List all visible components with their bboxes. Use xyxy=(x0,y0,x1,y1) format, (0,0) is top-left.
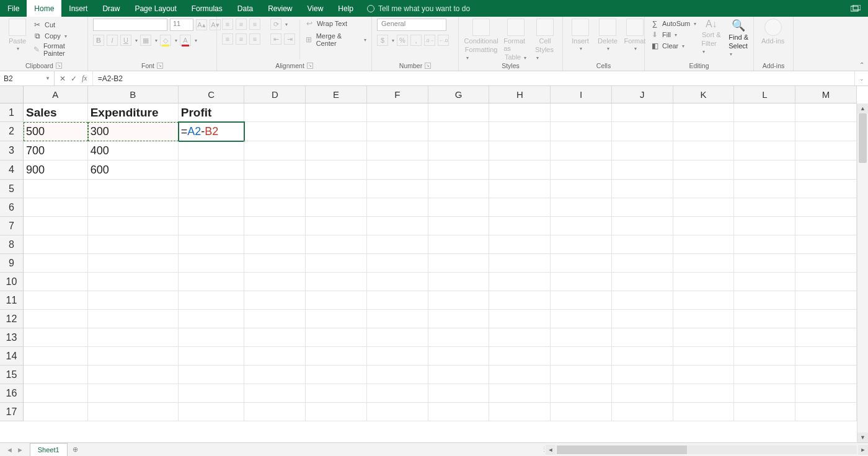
cell-E5[interactable] xyxy=(306,180,367,198)
column-header-H[interactable]: H xyxy=(489,86,551,103)
cell-L9[interactable] xyxy=(734,254,795,273)
cell-I9[interactable] xyxy=(551,254,612,273)
column-header-L[interactable]: L xyxy=(734,86,795,103)
cell-M13[interactable] xyxy=(795,328,857,347)
cell-F1[interactable] xyxy=(367,103,428,122)
sort-filter-button[interactable]: A↓ Sort & Filter ▾ xyxy=(699,19,724,55)
cell-D14[interactable] xyxy=(244,347,306,366)
cell-D1[interactable] xyxy=(244,103,306,122)
cell-D4[interactable] xyxy=(244,160,306,180)
cell-J3[interactable] xyxy=(612,141,673,160)
cell-I14[interactable] xyxy=(551,347,612,366)
cell-H17[interactable] xyxy=(489,403,551,421)
cell-G11[interactable] xyxy=(428,291,490,310)
orientation-icon[interactable]: ⟳ xyxy=(270,19,281,30)
cell-K11[interactable] xyxy=(673,291,735,310)
fill-button[interactable]: ⬇ Fill ▾ xyxy=(650,30,696,40)
cell-K9[interactable] xyxy=(673,254,735,273)
cell-L14[interactable] xyxy=(734,347,795,366)
cell-H9[interactable] xyxy=(489,254,551,273)
cell-K8[interactable] xyxy=(673,235,735,254)
column-header-A[interactable]: A xyxy=(24,86,88,103)
cell-E17[interactable] xyxy=(306,403,367,421)
cell-L13[interactable] xyxy=(734,328,795,347)
column-header-I[interactable]: I xyxy=(551,86,612,103)
cell-G10[interactable] xyxy=(428,273,490,291)
font-color-button[interactable]: A xyxy=(180,35,191,46)
column-header-E[interactable]: E xyxy=(306,86,367,103)
tab-formulas[interactable]: Formulas xyxy=(184,0,230,17)
row-header-11[interactable]: 11 xyxy=(0,291,24,310)
cell-F12[interactable] xyxy=(367,310,428,328)
cell-M10[interactable] xyxy=(795,273,857,291)
cell-C11[interactable] xyxy=(179,291,245,310)
paste-button[interactable]: Paste ▾ xyxy=(5,19,30,51)
cell-G14[interactable] xyxy=(428,347,490,366)
cell-B1[interactable]: Expenditure xyxy=(88,103,179,122)
cell-B6[interactable] xyxy=(88,198,179,217)
cell-F2[interactable] xyxy=(367,122,428,141)
align-right-icon[interactable]: ≡ xyxy=(249,33,260,45)
align-left-icon[interactable]: ≡ xyxy=(222,33,233,45)
cell-J11[interactable] xyxy=(612,291,673,310)
cell-E11[interactable] xyxy=(306,291,367,310)
cell-M2[interactable] xyxy=(795,122,857,141)
cell-C15[interactable] xyxy=(179,366,245,384)
cell-M17[interactable] xyxy=(795,403,857,421)
cell-A5[interactable] xyxy=(24,180,88,198)
dialog-launcher-icon[interactable]: ↘ xyxy=(307,63,313,69)
cell-J13[interactable] xyxy=(612,328,673,347)
cell-K17[interactable] xyxy=(673,403,735,421)
cell-K10[interactable] xyxy=(673,273,735,291)
autosum-button[interactable]: ∑ AutoSum ▾ xyxy=(650,19,696,28)
cell-I6[interactable] xyxy=(551,198,612,217)
cell-C3[interactable] xyxy=(179,141,245,160)
cell-E2[interactable] xyxy=(306,122,367,141)
cell-F15[interactable] xyxy=(367,366,428,384)
vertical-scrollbar[interactable]: ▲ ▼ xyxy=(857,103,868,442)
cell-M3[interactable] xyxy=(795,141,857,160)
cell-F6[interactable] xyxy=(367,198,428,217)
number-format-combo[interactable]: General xyxy=(377,19,446,31)
cell-A7[interactable] xyxy=(24,217,88,235)
cell-F11[interactable] xyxy=(367,291,428,310)
cell-L1[interactable] xyxy=(734,103,795,122)
find-select-button[interactable]: 🔍 Find & Select ▾ xyxy=(726,19,751,57)
cell-F14[interactable] xyxy=(367,347,428,366)
merge-center-button[interactable]: ⊞ Merge & Center ▾ xyxy=(304,32,366,47)
cell-C14[interactable] xyxy=(179,347,245,366)
cell-L6[interactable] xyxy=(734,198,795,217)
cell-C9[interactable] xyxy=(179,254,245,273)
cell-I4[interactable] xyxy=(551,160,612,180)
cell-D16[interactable] xyxy=(244,384,306,403)
cell-M12[interactable] xyxy=(795,310,857,328)
cell-B10[interactable] xyxy=(88,273,179,291)
dialog-launcher-icon[interactable]: ↘ xyxy=(157,63,163,69)
fx-icon[interactable]: fx xyxy=(82,74,87,83)
font-name-combo[interactable] xyxy=(93,19,167,31)
add-sheet-button[interactable]: ⊕ xyxy=(68,443,83,456)
cell-I3[interactable] xyxy=(551,141,612,160)
cell-B8[interactable] xyxy=(88,235,179,254)
cell-B12[interactable] xyxy=(88,310,179,328)
cell-L17[interactable] xyxy=(734,403,795,421)
cell-B17[interactable] xyxy=(88,403,179,421)
align-center-icon[interactable]: ≡ xyxy=(236,33,247,45)
cell-G7[interactable] xyxy=(428,217,490,235)
cell-D3[interactable] xyxy=(244,141,306,160)
row-header-6[interactable]: 6 xyxy=(0,198,24,217)
cell-A11[interactable] xyxy=(24,291,88,310)
row-header-9[interactable]: 9 xyxy=(0,254,24,273)
tab-view[interactable]: View xyxy=(300,0,331,17)
expand-formula-bar-button[interactable]: ⌄ xyxy=(854,71,868,86)
cell-styles-button[interactable]: Cell Styles ▾ xyxy=(533,19,557,61)
cell-B9[interactable] xyxy=(88,254,179,273)
cell-H3[interactable] xyxy=(489,141,551,160)
wrap-text-button[interactable]: ↩ Wrap Text xyxy=(304,19,366,28)
window-display-options[interactable] xyxy=(843,0,868,17)
chevron-down-icon[interactable]: ▾ xyxy=(195,38,197,43)
chevron-down-icon[interactable]: ▾ xyxy=(392,38,394,43)
cell-E9[interactable] xyxy=(306,254,367,273)
cell-F16[interactable] xyxy=(367,384,428,403)
align-top-icon[interactable]: ≡ xyxy=(222,19,233,30)
